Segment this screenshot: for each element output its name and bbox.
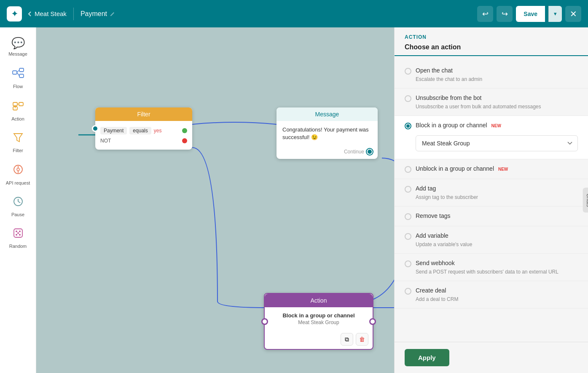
- sidebar-item-message-label: Message: [8, 51, 27, 56]
- svg-point-23: [17, 232, 19, 234]
- back-navigation[interactable]: Meat Steak: [27, 10, 67, 17]
- sidebar-item-action[interactable]: Action: [2, 95, 34, 126]
- header-actions: ↩ ↪ Save ▾ ✕: [477, 6, 581, 22]
- sidebar-item-flow-label: Flow: [13, 84, 23, 89]
- option-open-chat-desc: Escalate the chat to an admin: [416, 76, 578, 82]
- option-create-deal[interactable]: Create deal Add a deal to CRM: [395, 281, 588, 309]
- option-add-tag-desc: Assign tag to the subscriber: [416, 194, 578, 200]
- action-node-header: Action: [265, 294, 373, 307]
- svg-rect-1: [19, 68, 24, 72]
- filter-row-1: Payment equals yes: [100, 125, 187, 136]
- app-logo: ✦: [7, 6, 22, 21]
- save-button[interactable]: Save: [516, 6, 545, 22]
- block-group-dropdown-wrap: Meat Steak Group Another Group: [416, 135, 578, 151]
- option-block-group-label: Block in a group or channel NEW: [416, 122, 501, 129]
- option-unblock-group-label: Unblock in a group or channel NEW: [416, 165, 508, 172]
- option-open-chat[interactable]: Open the chat Escalate the chat to an ad…: [395, 61, 588, 89]
- sidebar-item-api[interactable]: API request: [2, 159, 34, 190]
- action-node-sub: Meat Steak Group: [271, 319, 367, 325]
- action-node-body: Block in a group or channel Meat Steak G…: [265, 307, 373, 330]
- undo-button[interactable]: ↩: [477, 6, 493, 22]
- action-node-copy-button[interactable]: ⧉: [341, 333, 353, 346]
- page-title: Payment: [81, 10, 115, 18]
- back-label: Meat Steak: [35, 10, 67, 17]
- right-panel: ACTION Choose an action Open the chat Es…: [394, 27, 588, 373]
- save-dropdown-button[interactable]: ▾: [548, 6, 562, 22]
- option-create-deal-desc: Add a deal to CRM: [416, 296, 578, 302]
- back-arrow-icon: [27, 11, 33, 17]
- block-group-dropdown[interactable]: Meat Steak Group Another Group: [416, 135, 578, 151]
- flow-canvas: Filter Payment equals yes NOT Message: [36, 27, 394, 373]
- filter-icon: [12, 131, 24, 146]
- svg-rect-2: [19, 74, 24, 78]
- radio-unsubscribe[interactable]: [405, 95, 411, 102]
- option-add-variable-label: Add variable: [416, 232, 448, 239]
- filter-node-header: Filter: [95, 107, 192, 121]
- redo-button[interactable]: ↪: [497, 6, 513, 22]
- svg-rect-6: [19, 102, 23, 106]
- radio-send-webhook[interactable]: [405, 260, 411, 267]
- flow-icon: [12, 67, 24, 82]
- apply-button[interactable]: Apply: [405, 349, 449, 366]
- radio-remove-tags[interactable]: [405, 213, 411, 220]
- message-node[interactable]: Message Congratulations! Your payment wa…: [277, 107, 378, 159]
- radio-block-group[interactable]: [405, 123, 411, 129]
- svg-rect-0: [13, 71, 17, 74]
- message-continue-connector[interactable]: [367, 149, 373, 155]
- sidebar-item-flow[interactable]: Flow: [2, 62, 34, 93]
- option-unsubscribe-desc: Unsubscribe a user from bulk and automat…: [416, 104, 578, 110]
- api-icon: [12, 163, 24, 179]
- sidebar-item-random-label: Random: [9, 244, 27, 249]
- svg-point-22: [19, 234, 21, 236]
- chats-tab[interactable]: Chats: [583, 188, 588, 212]
- panel-body: Open the chat Escalate the chat to an ad…: [395, 56, 588, 342]
- option-block-group[interactable]: Block in a group or channel NEW Meat Ste…: [395, 116, 588, 159]
- filter-node-body: Payment equals yes NOT: [95, 121, 192, 150]
- svg-point-20: [19, 231, 21, 232]
- svg-point-19: [16, 231, 17, 232]
- sidebar: 💬 Message Flow: [0, 27, 36, 373]
- option-add-tag[interactable]: Add tag Assign tag to the subscriber: [395, 179, 588, 207]
- sidebar-item-pause[interactable]: Pause: [2, 191, 34, 221]
- svg-point-21: [16, 234, 17, 236]
- sidebar-item-api-label: API request: [6, 180, 30, 185]
- badge-new-unblock: NEW: [498, 167, 508, 172]
- action-node-delete-button[interactable]: 🗑: [356, 333, 368, 346]
- option-unsubscribe-label: Unsubscribe from the bot: [416, 94, 481, 101]
- option-send-webhook-desc: Send a POST request with subscribers' da…: [416, 269, 578, 275]
- svg-marker-10: [14, 134, 22, 142]
- svg-point-14: [17, 168, 19, 171]
- app-header: ✦ Meat Steak Payment ↩ ↪ Save ▾ ✕: [0, 0, 588, 27]
- option-unsubscribe[interactable]: Unsubscribe from the bot Unsubscribe a u…: [395, 89, 588, 116]
- filter-val: yes: [154, 128, 162, 134]
- panel-subtitle: Choose an action: [405, 43, 578, 51]
- option-open-chat-label: Open the chat: [416, 67, 453, 74]
- action-node-connector-out[interactable]: [369, 318, 376, 325]
- option-add-variable-desc: Update a variable's value: [416, 242, 578, 247]
- badge-new-block: NEW: [491, 123, 501, 128]
- sidebar-item-random[interactable]: Random: [2, 223, 34, 253]
- radio-open-chat[interactable]: [405, 68, 411, 75]
- radio-create-deal[interactable]: [405, 288, 411, 295]
- option-add-variable[interactable]: Add variable Update a variable's value: [395, 226, 588, 254]
- action-node[interactable]: Action Block in a group or channel Meat …: [264, 293, 373, 350]
- edit-icon[interactable]: [110, 11, 115, 17]
- message-node-header: Message: [277, 107, 378, 121]
- option-send-webhook[interactable]: Send webhook Send a POST request with su…: [395, 254, 588, 281]
- sidebar-item-pause-label: Pause: [11, 212, 24, 217]
- sidebar-item-message[interactable]: 💬 Message: [2, 32, 34, 61]
- radio-unblock-group[interactable]: [405, 166, 411, 173]
- radio-add-variable[interactable]: [405, 233, 411, 240]
- filter-op: equals: [129, 127, 151, 134]
- message-node-continue: Continue: [277, 146, 378, 159]
- option-remove-tags-label: Remove tags: [416, 212, 450, 219]
- option-unblock-group[interactable]: Unblock in a group or channel NEW: [395, 159, 588, 179]
- radio-add-tag[interactable]: [405, 186, 411, 193]
- option-remove-tags[interactable]: Remove tags: [395, 207, 588, 226]
- filter-node[interactable]: Filter Payment equals yes NOT: [95, 107, 192, 150]
- close-button[interactable]: ✕: [565, 6, 581, 22]
- panel-section-label: ACTION: [405, 34, 578, 40]
- sidebar-item-filter[interactable]: Filter: [2, 127, 34, 157]
- sidebar-item-filter-label: Filter: [13, 148, 23, 153]
- svg-line-4: [17, 72, 19, 76]
